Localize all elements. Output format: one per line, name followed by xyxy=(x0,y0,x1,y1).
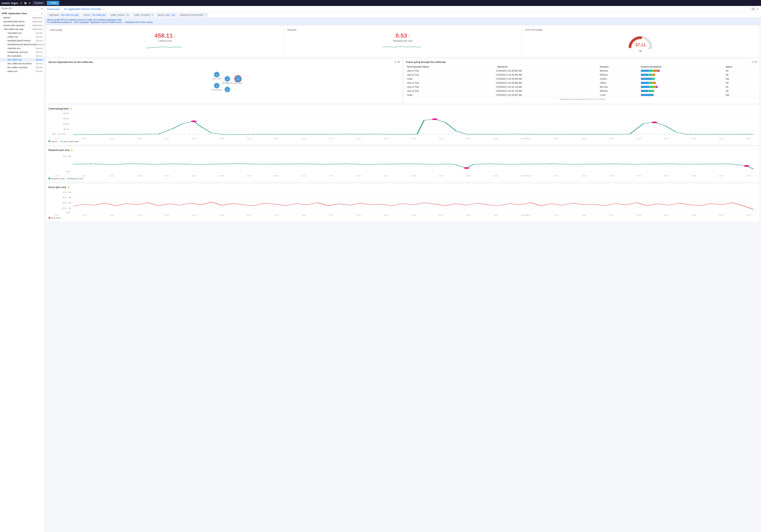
trace-row[interactable]: /order 17/05/2023 1:02:28.607 AM 1.4ms 2… xyxy=(406,93,757,97)
traces-time-range: ⊙ -3h xyxy=(752,61,757,63)
requests-warn-icon: ⚠ xyxy=(71,148,73,151)
errors-warn-icon: ⚠ xyxy=(67,186,70,189)
requests-title: Requests xyxy=(287,29,518,31)
sidebar-item-coffee-svc[interactable]: ›coffee-svc Service xyxy=(0,35,44,39)
latency-unit: Latency [ms] xyxy=(50,39,280,42)
filter-chip-deployment-env[interactable]: deployment.environment * xyxy=(178,13,208,17)
gauge-min: 0 xyxy=(630,47,631,49)
trace-row[interactable]: click on 'Pay' 17/05/2023 1:02:33.134 AM… xyxy=(406,85,757,89)
sidebar-item-postgresql-account[interactable]: ›postgresql_account Service xyxy=(0,50,44,54)
svg-text:lambd...ction: lambd...ction xyxy=(222,92,232,93)
dependencies-card: Service dependencies for the-coffee-bar … xyxy=(46,59,402,103)
latency-metric-card: Latency(avg) 458.11 ↓ Latency [ms] xyxy=(46,26,284,57)
refresh-icon[interactable]: ↻ xyxy=(757,8,758,10)
sidebar-item-opentelemetry-demo[interactable]: ›opentelemetry-demo Application xyxy=(0,20,44,24)
requests-chart-area: 0.5 0 22:0722:1422:2122:2822:3522:4222:4… xyxy=(48,153,757,180)
sidebar-item-the-coffee-bar[interactable]: ›the-coffee-bar Service xyxy=(0,58,44,62)
info-bar: Shows health KPIs for selected service f… xyxy=(45,18,761,25)
sidebar-item-lambdaCakesFunction[interactable]: ›lambdaCakesFunction Service xyxy=(0,39,44,42)
filter-chip-latency-type[interactable]: latency_type avg xyxy=(156,13,177,17)
svg-point-39 xyxy=(744,165,749,167)
info-line-2: For additional breakdowns - select aprop… xyxy=(47,21,758,24)
svg-text:2s: 2s xyxy=(63,123,70,125)
trace-row[interactable]: click on 'Pay' 17/05/2023 1:02:40.981 AM… xyxy=(406,73,757,77)
filter-chip-outlier-window[interactable]: outlier_window 15 xyxy=(109,13,131,17)
svg-text:3s: 3s xyxy=(63,118,70,120)
requests-sparkline xyxy=(287,44,518,50)
svg-text:0.3: 0.3 xyxy=(63,196,72,199)
filter-chip-application[interactable]: application the-coffee-bar-app xyxy=(47,13,81,17)
sidebar-item-calculator-svc[interactable]: ›calculator-svc Service xyxy=(0,31,44,35)
traces-col-op[interactable]: Root Operation Name xyxy=(406,65,495,69)
explore-tab[interactable]: Explore xyxy=(32,1,45,5)
sidebar-header: Explore By ⚙ xyxy=(0,6,44,11)
main-layout: Explore By ⚙ APM: Application View ⌄ ›de… xyxy=(0,6,761,532)
svg-text:☁: ☁ xyxy=(216,85,217,86)
svg-text:1s: 1s xyxy=(63,128,70,130)
svg-text:☁: ☁ xyxy=(227,89,228,90)
svg-point-33 xyxy=(652,122,657,123)
errors-chart-section: Errors [per sec] ⚠ 0.4 0.3 0.2 0.1 0 xyxy=(46,184,759,221)
svg-text:0.4: 0.4 xyxy=(63,191,72,193)
requests-time-axis: 22:0722:1422:2122:2822:3522:4222:4922:56… xyxy=(48,175,757,177)
traces-col-breakdown[interactable]: Duration Breakdown xyxy=(640,65,725,69)
latency-chart-title: Latency(avg) [ms] ⚠ xyxy=(48,107,757,110)
filter-chip-service[interactable]: service the-coffee-bar xyxy=(82,13,108,17)
sidebar-item-the-coffee-bar-frontend[interactable]: ›the-coffee-bar-frontend Service xyxy=(0,62,44,66)
explore-by-label: Explore By xyxy=(2,7,12,10)
dep-time-range: ⊙ -3d xyxy=(394,61,400,63)
grid-icon[interactable]: ⊞ xyxy=(29,2,30,4)
errors-legend: Error Count xyxy=(48,216,757,219)
traces-card: Traces going through the-coffee-bar ⊙ -3… xyxy=(404,59,759,103)
traces-col-started[interactable]: ↓ Started At xyxy=(495,65,599,69)
sidebar-item-service-abc-operator[interactable]: ›service-abc-operator Application xyxy=(0,24,44,27)
dep-traces-row: Service dependencies for the-coffee-bar … xyxy=(46,59,759,103)
sidebar-item-default[interactable]: ›default Application xyxy=(0,16,44,20)
dashboard-title: 01. Application Service Overview xyxy=(64,8,101,11)
sidebar-item-lambdaCheckCakesFunction[interactable]: ›lambdaCheckCakesFunction Service xyxy=(0,42,44,46)
home-icon[interactable]: 🏠 xyxy=(24,2,27,4)
gauge-svg: 37.11 xyxy=(628,34,653,49)
breadcrumb[interactable]: Dashboards xyxy=(47,8,60,10)
dashboard-header: Dashboards › 01. Application Service Ove… xyxy=(45,6,761,12)
sidebar-filter-icon[interactable]: ⚙ xyxy=(41,7,43,10)
traces-col-status[interactable]: Status xyxy=(724,65,757,69)
trace-row[interactable]: /order 17/05/2023 1:02:39.095 AM 2.82ms … xyxy=(406,77,757,81)
sidebar-item-the-coffee-machine[interactable]: ›the-coffee-machine Service xyxy=(0,66,44,69)
svg-text:37.11: 37.11 xyxy=(635,42,646,47)
latency-chart-area: 4s 3s 2s 1s 0 ms xyxy=(48,112,757,142)
new-button[interactable]: + New xyxy=(47,1,59,5)
svg-text:the-cashdesk: the-cashdesk xyxy=(212,89,222,91)
errors-time-axis: 22:0722:1422:2122:2822:3522:4222:4922:56… xyxy=(48,214,757,216)
menu-icon[interactable]: ☰ xyxy=(20,2,22,4)
svg-text:0.1: 0.1 xyxy=(63,207,72,209)
sidebar-item-the-coffee-bar-app[interactable]: ⌄the-coffee-bar-app Application xyxy=(0,27,44,31)
trace-row[interactable]: click on 'Pay' 17/05/2023 1:02:32.744 AM… xyxy=(406,89,757,93)
requests-metric-card: Requests 0.53 ↓ Requests [per sec] xyxy=(284,26,521,57)
svg-text:the-c...hine: the-c...hine xyxy=(212,78,221,80)
latency-chart-section: Latency(avg) [ms] ⚠ 4s 3s 2s 1s 0 ms xyxy=(46,105,759,145)
gauge-unit: % xyxy=(639,49,642,53)
trace-row[interactable]: click on 'Pay' 17/05/2023 1:02:38.866 AM… xyxy=(406,81,757,85)
traces-col-duration[interactable]: Duration xyxy=(599,65,640,69)
time-range[interactable]: -3h xyxy=(750,7,756,11)
svg-point-31 xyxy=(191,121,197,122)
sidebar-expand-icon[interactable]: ⌄ xyxy=(41,12,43,15)
svg-text:☁: ☁ xyxy=(237,78,239,80)
filter-chip-outlier-threshold[interactable]: outlier_threshold 4 xyxy=(132,13,154,17)
sidebar-item-water-svc[interactable]: ›water-svc Service xyxy=(0,69,44,73)
latency-value: 458.11 ↓ xyxy=(50,32,280,39)
main-content: Dashboards › 01. Application Service Ove… xyxy=(45,6,761,532)
latency-legend: Latency Latency (last week) xyxy=(48,139,757,142)
requests-value: 0.53 ↓ xyxy=(287,32,518,39)
sidebar-item-machine-svc[interactable]: ›machine-svc Service xyxy=(0,46,44,50)
errors-metric-card: Errors Percentage 37.11 0 100 xyxy=(522,26,759,57)
dependency-graph: ☁ the-c...hine ☁ the-c...tend ☁ the-coff… xyxy=(48,65,400,93)
time-control: -3h ↻ xyxy=(750,7,758,11)
sidebar-item-the-cashdesk[interactable]: ›the-cashdesk Service xyxy=(0,54,44,58)
edit-icon[interactable]: ✏ xyxy=(103,8,105,11)
trace-row[interactable]: click on 'Pay' 17/05/2023 1:02:40.981 AM… xyxy=(406,69,757,73)
errors-chart-area: 0.4 0.3 0.2 0.1 0 22:0722:1422:2122:2822… xyxy=(48,190,757,219)
svg-text:4s: 4s xyxy=(63,112,70,114)
requests-chart-title: Requests [per sec] ⚠ xyxy=(48,148,757,151)
